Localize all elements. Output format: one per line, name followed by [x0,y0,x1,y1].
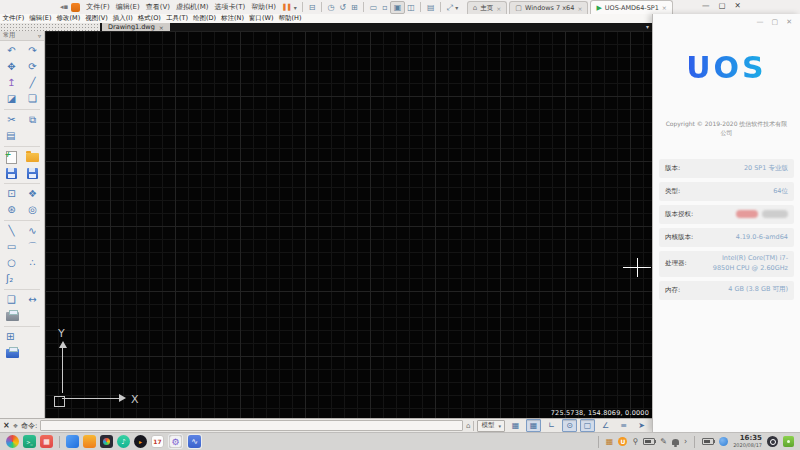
movie-player-icon[interactable]: ▸ [134,435,147,448]
app-store-icon[interactable] [83,435,96,448]
cad-menu-file[interactable]: 文件(F) [0,14,27,23]
zoom-extents-icon[interactable]: ◎ [22,202,43,218]
point-icon[interactable]: ∴ [22,255,43,271]
model-space-dropdown[interactable]: 模型 ▾ [477,420,505,432]
copy-objects-icon[interactable]: ❏ [22,91,43,107]
redo-icon[interactable]: ↷ [22,43,43,59]
cad-menu-window[interactable]: 窗口(W) [246,14,276,23]
photos-icon[interactable] [100,435,113,448]
print-icon[interactable] [1,345,43,361]
lineweight-toggle[interactable]: ≡ [616,419,631,432]
maximize-button[interactable]: ▢ [772,18,779,26]
close-button[interactable]: ✕ [735,1,741,10]
toolbar-panel-header[interactable]: 常用 ▿ [0,31,44,41]
control-center-icon[interactable]: ⚙ [169,435,182,448]
clock[interactable]: 16:35 2020/08/17 [733,435,762,448]
undo-icon[interactable]: ↶ [1,43,22,59]
move-icon[interactable]: ✥ [1,59,22,75]
object-snap-toggle[interactable]: ▢ [580,419,595,432]
stretch-caret-icon[interactable]: ▾ [455,1,461,14]
cad-menu-help[interactable]: 帮助(H) [276,14,304,23]
cad-menu-edit[interactable]: 编辑(E) [27,14,54,23]
break-icon[interactable]: ╱ [22,75,43,91]
annotation-lock-icon[interactable]: ⌂ [466,422,470,430]
minimize-button[interactable]: — [702,1,710,10]
ortho-mode-toggle[interactable]: ∟ [544,419,559,432]
tab-close-icon[interactable]: × [577,5,582,12]
copy-icon[interactable]: ⧉ [22,112,43,128]
power-options-caret-icon[interactable]: ▾ [294,1,300,14]
save-as-icon[interactable] [22,165,43,181]
cut-icon[interactable]: ✂ [1,112,22,128]
command-close-icon[interactable]: × [3,421,10,430]
close-button[interactable]: ✕ [786,18,792,26]
minimize-button[interactable]: — [757,18,764,26]
volume-icon[interactable] [643,438,655,445]
cad-menu-view[interactable]: 视图(V) [83,14,111,23]
cad-menu-draw[interactable]: 绘图(D) [190,14,218,23]
zoom-dynamic-icon[interactable]: ⊛ [1,202,22,218]
insert-image-icon[interactable]: ❑ [1,292,22,308]
collapse-toolbar-icon[interactable]: ◂▪ [60,3,68,11]
dimension-icon[interactable]: ↔ [22,292,43,308]
selection-arrow-icon[interactable]: ➤ [634,419,649,432]
toolbar-drag-handle[interactable] [0,23,100,31]
paste-icon[interactable]: ▤ [1,128,43,144]
power-button-icon[interactable] [767,436,778,447]
stretch-guest-button[interactable]: ⤢ [444,1,455,14]
launcher-icon[interactable] [6,435,19,448]
plot-preview-icon[interactable] [1,308,43,324]
open-file-icon[interactable] [22,149,43,165]
new-file-icon[interactable] [1,149,22,165]
system-monitor-icon[interactable]: ∿ [188,435,201,448]
vm-menu-tabs[interactable]: 选项卡(T) [211,2,248,12]
vm-menu-help[interactable]: 帮助(H) [248,2,279,12]
snap-mode-toggle[interactable]: ▦ [526,419,541,432]
unity-view-button[interactable]: ◫ [405,1,418,14]
save-icon[interactable] [1,165,22,181]
tray-expand-chevron-icon[interactable]: › [684,438,687,446]
tab-windows7[interactable]: ▢ Windows 7 x64 × [509,1,588,14]
spline-icon[interactable]: ʃ₂ [1,271,43,287]
calendar-icon[interactable]: 17 [151,435,164,448]
tab-uos[interactable]: ▶ UOS-AMD64-SP1 × [590,0,672,14]
polyline-icon[interactable]: ∿ [22,223,43,239]
command-input[interactable] [40,420,463,431]
document-tab-drawing1[interactable]: Drawing1.dwg × [102,23,170,31]
manage-snapshots-button[interactable]: ⊞ [349,1,361,14]
restore-button[interactable]: ▢ [719,1,726,10]
tab-home[interactable]: ⌂ 主页 × [467,1,507,14]
usb-device-icon[interactable]: ⚲ [632,438,638,446]
battery-icon[interactable] [702,438,714,445]
pen-input-icon[interactable]: ✎ [660,438,667,446]
pause-vm-button[interactable]: ❚❚ [279,1,294,14]
vm-menu-file[interactable]: 文件(F) [83,2,113,12]
arc-icon[interactable]: ⌒ [22,239,43,255]
erase-icon[interactable]: ◪ [1,91,22,107]
object-snap-tracking-toggle[interactable]: ∠ [598,419,613,432]
send-ctrl-alt-del-button[interactable]: ⊟ [306,1,318,14]
polar-tracking-toggle[interactable]: ⊙ [562,419,577,432]
show-library-button[interactable]: ▤ [424,1,437,14]
document-tab-close-icon[interactable]: × [159,24,164,31]
zoom-window-icon[interactable]: ⊡ [1,186,22,202]
tab-close-icon[interactable]: × [496,5,501,12]
music-icon[interactable]: ♪ [117,435,130,448]
pan-icon[interactable]: ❖ [22,186,43,202]
cad-menu-modify1[interactable]: 修改(M) [54,14,83,23]
line-icon[interactable]: ╲ [1,223,22,239]
app-grid-icon[interactable]: ▦ [40,435,53,448]
take-snapshot-button[interactable]: ◷ [325,1,337,14]
fullscreen-view-button[interactable]: ▣ [390,1,405,14]
vm-menu-vm[interactable]: 虚拟机(M) [173,2,212,12]
rectangle-icon[interactable]: ▭ [1,239,22,255]
show-console-view-button[interactable]: ▭ [367,1,380,14]
show-summary-view-button[interactable]: ▫ [380,1,390,14]
drawing-canvas[interactable]: Y X 725.5738, 154.8069, 0.0000 [45,31,652,418]
uos-update-icon[interactable]: U [618,437,627,446]
circle-icon[interactable]: ○ [1,255,22,271]
notification-bell-icon[interactable] [672,439,679,445]
input-method-icon[interactable]: ▦ [606,438,614,446]
tray-plugin-icon[interactable] [783,436,794,447]
insert-block-icon[interactable]: ↥ [1,75,22,91]
